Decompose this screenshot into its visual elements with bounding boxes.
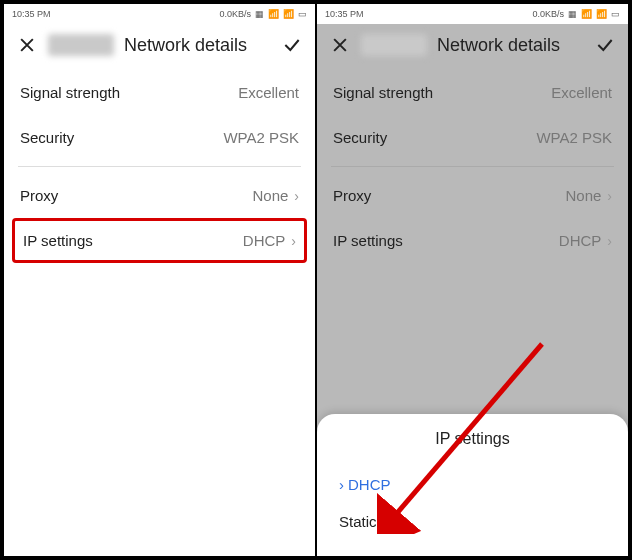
label-security: Security [333,129,387,146]
wifi-icon: 📶 [596,10,607,19]
status-net: 0.0KB/s [532,9,564,19]
value-security: WPA2 PSK [223,129,299,146]
sheet-option-static[interactable]: Static [317,503,628,540]
value-ip: DHCP [243,232,286,249]
chevron-right-icon: › [291,233,296,249]
ssid-redacted [361,34,427,56]
confirm-icon[interactable] [281,34,303,56]
label-signal: Signal strength [333,84,433,101]
value-proxy: None [252,187,288,204]
row-signal: Signal strength Excellent [317,70,628,115]
chevron-right-icon: › [294,188,299,204]
row-security: Security WPA2 PSK [317,115,628,160]
value-ip: DHCP [559,232,602,249]
divider [331,166,614,167]
status-time: 10:35 PM [325,9,364,19]
close-icon[interactable] [329,34,351,56]
row-ip-settings[interactable]: IP settings DHCP › [12,218,307,263]
ip-settings-sheet: IP settings ›DHCP Static [317,414,628,556]
screen-right: 10:35 PM 0.0KB/s ▦ 📶 📶 ▭ Network details [316,3,629,557]
ssid-redacted [48,34,114,56]
chevron-right-icon: › [607,233,612,249]
signal-icon: 📶 [268,10,279,19]
sheet-option-dhcp[interactable]: ›DHCP [317,466,628,503]
page-title: Network details [437,35,584,56]
label-security: Security [20,129,74,146]
value-signal: Excellent [238,84,299,101]
value-signal: Excellent [551,84,612,101]
battery-icon: ▭ [611,10,620,19]
screen-left: 10:35 PM 0.0KB/s ▦ 📶 📶 ▭ Network details [3,3,316,557]
sheet-title: IP settings [317,428,628,466]
status-net: 0.0KB/s [219,9,251,19]
status-time: 10:35 PM [12,9,51,19]
header: Network details [317,24,628,70]
label-proxy: Proxy [20,187,58,204]
row-proxy[interactable]: Proxy None › [4,173,315,218]
value-proxy: None [565,187,601,204]
battery-icon: ▭ [298,10,307,19]
header: Network details [4,24,315,70]
row-security: Security WPA2 PSK [4,115,315,160]
status-bar: 10:35 PM 0.0KB/s ▦ 📶 📶 ▭ [4,4,315,24]
label-ip: IP settings [333,232,403,249]
row-signal: Signal strength Excellent [4,70,315,115]
signal-icon: 📶 [581,10,592,19]
selected-chevron-icon: › [339,476,344,493]
label-signal: Signal strength [20,84,120,101]
status-bar: 10:35 PM 0.0KB/s ▦ 📶 📶 ▭ [317,4,628,24]
close-icon[interactable] [16,34,38,56]
sim-icon: ▦ [568,10,577,19]
divider [18,166,301,167]
wifi-icon: 📶 [283,10,294,19]
sim-icon: ▦ [255,10,264,19]
row-proxy[interactable]: Proxy None › [317,173,628,218]
value-security: WPA2 PSK [536,129,612,146]
page-title: Network details [124,35,271,56]
chevron-right-icon: › [607,188,612,204]
label-ip: IP settings [23,232,93,249]
confirm-icon[interactable] [594,34,616,56]
label-proxy: Proxy [333,187,371,204]
row-ip-settings[interactable]: IP settings DHCP › [317,218,628,263]
